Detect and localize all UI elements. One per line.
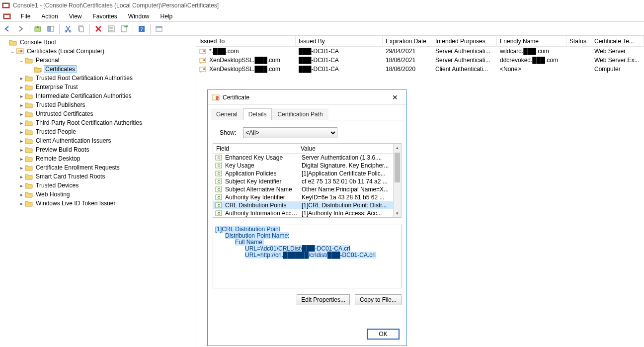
fields-scrollbar[interactable]: ▴ ▾ <box>393 144 401 217</box>
tab-general[interactable]: General <box>211 108 243 120</box>
tab-details[interactable]: Details <box>243 108 272 120</box>
cert-row[interactable]: XenDesktopSSL.███.com███-DC01-CA18/06/20… <box>196 65 644 74</box>
col-value[interactable]: Value <box>298 145 393 152</box>
svg-rect-10 <box>80 27 83 32</box>
col-issued-by[interactable]: Issued By <box>296 36 383 46</box>
edit-properties-button[interactable]: Edit Properties... <box>297 294 350 305</box>
copy-to-file-button[interactable]: Copy to File... <box>355 294 402 305</box>
new-window-button[interactable] <box>154 23 164 34</box>
field-name: Subject Alternative Name <box>225 186 299 193</box>
tree-certificates-leaf[interactable]: ▸ Certificates <box>0 65 196 74</box>
menu-favorites[interactable]: Favorites <box>88 12 122 21</box>
chevron-down-icon[interactable]: ⌄ <box>18 58 25 63</box>
fields-header[interactable]: Field Value <box>213 144 393 154</box>
chevron-right-icon[interactable]: ▸ <box>18 85 25 90</box>
chevron-right-icon[interactable]: ▸ <box>18 138 25 144</box>
tree-certificates-node[interactable]: ⌄ Certificates (Local Computer) <box>0 47 196 56</box>
window-title: Console1 - [Console Root\Certificates (L… <box>13 2 219 9</box>
tree-node[interactable]: ▸Trusted Root Certification Authorities <box>0 74 196 83</box>
tab-certpath[interactable]: Certification Path <box>272 108 328 120</box>
export-button[interactable] <box>119 23 130 34</box>
col-field[interactable]: Field <box>213 145 298 152</box>
chevron-right-icon[interactable]: ▸ <box>18 76 25 81</box>
chevron-right-icon[interactable]: ▸ <box>18 147 25 153</box>
fields-listbox[interactable]: Field Value ⚙Enhanced Key UsageServer Au… <box>213 143 402 218</box>
extension-icon: ⚙ <box>215 178 223 185</box>
chevron-right-icon[interactable]: ▸ <box>18 165 25 171</box>
tree-node[interactable]: ▸Smart Card Trusted Roots <box>0 172 196 181</box>
svg-text:⚙: ⚙ <box>217 164 221 168</box>
chevron-right-icon[interactable]: ▸ <box>18 93 25 99</box>
show-hide-tree-button[interactable] <box>45 23 56 34</box>
menu-help[interactable]: Help <box>156 12 178 21</box>
toolbar-separator <box>59 24 60 34</box>
tree-personal-node[interactable]: ⌄ Personal <box>0 56 196 65</box>
properties-button[interactable] <box>106 23 117 34</box>
tree-node[interactable]: ▸Intermediate Certification Authorities <box>0 91 196 100</box>
col-status[interactable]: Status <box>566 36 591 46</box>
menu-action[interactable]: Action <box>36 12 63 21</box>
chevron-right-icon[interactable]: ▸ <box>18 102 25 108</box>
help-button[interactable]: ? <box>136 23 147 34</box>
tree-node[interactable]: ▸Untrusted Certificates <box>0 109 196 118</box>
tree-node[interactable]: ▸Enterprise Trust <box>0 83 196 91</box>
tree-node[interactable]: ▸Trusted Publishers <box>0 100 196 109</box>
chevron-right-icon[interactable]: ▸ <box>18 174 25 179</box>
cut-button[interactable] <box>63 23 74 34</box>
tree-node[interactable]: ▸Client Authentication Issuers <box>0 136 196 145</box>
close-button[interactable]: ✕ <box>388 92 402 102</box>
tree-root[interactable]: ▸ Console Root <box>0 38 196 47</box>
chevron-right-icon[interactable]: ▸ <box>18 129 25 135</box>
field-value-box[interactable]: [1]CRL Distribution Point Distribution P… <box>213 225 402 288</box>
tree-pane[interactable]: ▸ Console Root ⌄ Certificates (Local Com… <box>0 36 196 347</box>
col-purposes[interactable]: Intended Purposes <box>432 36 497 46</box>
cert-row[interactable]: *.███.com███-DC01-CA29/04/2021Server Aut… <box>196 47 644 56</box>
delete-button[interactable] <box>93 23 104 34</box>
field-row[interactable]: ⚙Authority Key IdentifierKeyID=6e 1a 43 … <box>213 193 393 201</box>
chevron-right-icon[interactable]: ▸ <box>18 192 25 197</box>
menu-file[interactable]: File <box>16 12 35 21</box>
back-button[interactable] <box>2 23 13 34</box>
field-row[interactable]: ⚙Key UsageDigital Signature, Key Enciphe… <box>213 162 393 170</box>
field-row[interactable]: ⚙Subject Key Identifiercf e2 75 13 52 01… <box>213 177 393 185</box>
field-row[interactable]: ⚙Subject Alternative NameOther Name:Prin… <box>213 185 393 193</box>
menu-window[interactable]: Window <box>123 12 155 21</box>
dialog-titlebar[interactable]: Certificate ✕ <box>208 90 406 105</box>
tree-label: Smart Card Trusted Roots <box>35 173 106 180</box>
scrollbar-thumb[interactable] <box>395 153 400 182</box>
col-template[interactable]: Certificate Te... <box>591 36 644 46</box>
scroll-up-icon[interactable]: ▴ <box>394 144 401 152</box>
col-issued-to[interactable]: Issued To <box>196 36 296 46</box>
chevron-right-icon[interactable]: ▸ <box>18 183 25 188</box>
chevron-right-icon[interactable]: ▸ <box>18 201 25 206</box>
tree-node[interactable]: ▸Preview Build Roots <box>0 145 196 154</box>
show-select[interactable]: <All> <box>243 127 337 138</box>
tree-node[interactable]: ▸Remote Desktop <box>0 154 196 163</box>
copy-button[interactable] <box>76 23 86 34</box>
field-row[interactable]: ⚙CRL Distribution Points[1]CRL Distribut… <box>213 201 393 209</box>
tree-node[interactable]: ▸Trusted Devices <box>0 181 196 190</box>
ok-button[interactable]: OK <box>367 329 400 340</box>
chevron-right-icon[interactable]: ▸ <box>18 120 25 126</box>
up-button[interactable] <box>32 23 43 34</box>
cert-row[interactable]: XenDesktopSSL.███.com███-DC01-CA18/06/20… <box>196 56 644 65</box>
tree-node[interactable]: ▸Certificate Enrollment Requests <box>0 163 196 172</box>
list-header[interactable]: Issued To Issued By Expiration Date Inte… <box>196 36 644 47</box>
tree-node[interactable]: ▸Third-Party Root Certification Authorit… <box>0 118 196 127</box>
field-row[interactable]: ⚙Authority Information Access[1]Authorit… <box>213 209 393 217</box>
tree-node[interactable]: ▸Trusted People <box>0 127 196 136</box>
menu-view[interactable]: View <box>64 12 87 21</box>
chevron-right-icon[interactable]: ▸ <box>18 156 25 162</box>
scroll-down-icon[interactable]: ▾ <box>394 209 401 217</box>
tree-node[interactable]: ▸Web Hosting <box>0 190 196 199</box>
chevron-down-icon[interactable]: ⌄ <box>9 49 16 54</box>
cell-issued-by: ███-DC01-CA <box>296 65 383 74</box>
col-friendly[interactable]: Friendly Name <box>497 36 566 46</box>
tree-node[interactable]: ▸Windows Live ID Token Issuer <box>0 199 196 208</box>
chevron-right-icon[interactable]: ▸ <box>18 111 25 117</box>
col-expiration[interactable]: Expiration Date <box>383 36 432 46</box>
field-row[interactable]: ⚙Enhanced Key UsageServer Authentication… <box>213 154 393 162</box>
svg-text:⚙: ⚙ <box>217 179 221 184</box>
field-row[interactable]: ⚙Application Policies[1]Application Cert… <box>213 170 393 177</box>
forward-button[interactable] <box>15 23 26 34</box>
